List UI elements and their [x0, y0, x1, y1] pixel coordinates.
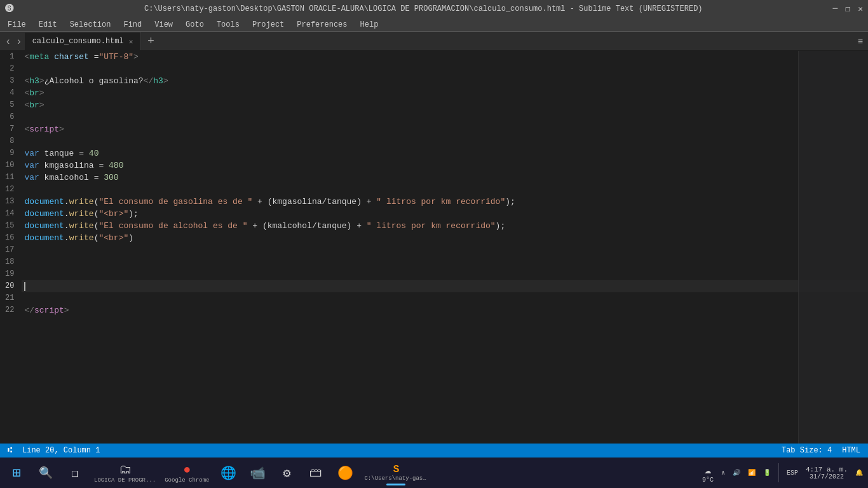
time-display: 4:17 a. m.	[806, 466, 848, 473]
editor-tab[interactable]: calculo_consumo.html ✕	[25, 32, 142, 50]
menu-preferences[interactable]: Preferences	[292, 19, 352, 30]
menu-file[interactable]: File	[3, 19, 31, 30]
taskbar-item-logica[interactable]: 🗂 LOGICA DE PROGR...	[90, 459, 159, 487]
tab-nav-right[interactable]: ›	[13, 32, 24, 50]
tab-close-icon[interactable]: ✕	[129, 37, 133, 46]
code-line-8	[22, 135, 868, 147]
notification-button[interactable]: 🔔	[853, 469, 865, 477]
code-line-3: <h3>¿Alcohol o gasolina?</h3>	[22, 75, 868, 87]
line-number-6: 6	[0, 111, 22, 123]
line-number-22: 22	[0, 304, 22, 316]
close-button[interactable]: ✕	[858, 4, 863, 14]
line-number-10: 10	[0, 159, 22, 172]
code-line-19	[22, 268, 868, 280]
line-number-13: 13	[0, 196, 22, 208]
weather-widget[interactable]: ☁ 9°C	[700, 463, 716, 484]
zoom-icon: 📹	[250, 465, 266, 481]
line-number-21: 21	[0, 292, 22, 304]
network-icon[interactable]: 📶	[745, 469, 758, 477]
line-number-17: 17	[0, 244, 22, 256]
title-bar: 🅢 C:\Users\naty-gaston\Desktop\GASTON OR…	[0, 0, 868, 18]
taskbar-item-files[interactable]: 🗃	[302, 459, 330, 487]
code-line-6	[22, 111, 868, 123]
battery-icon[interactable]: 🔋	[761, 469, 773, 477]
weather-icon: ☁	[705, 463, 712, 477]
line-number-8: 8	[0, 135, 22, 147]
code-line-11: var kmalcohol = 300	[22, 172, 868, 184]
volume-icon[interactable]: 🔊	[730, 469, 743, 477]
line-number-5: 5	[0, 99, 22, 111]
taskbar-item-edge[interactable]: 🌐	[214, 459, 242, 487]
expand-icon: ∧	[721, 469, 725, 477]
code-line-2	[22, 63, 868, 75]
git-branch-icon: ⑆	[8, 446, 12, 455]
line-number-2: 2	[0, 63, 22, 75]
code-editor[interactable]: <meta charset ="UTF-8"><h3>¿Alcohol o ga…	[22, 51, 868, 474]
menu-help[interactable]: Help	[355, 19, 384, 30]
menu-view[interactable]: View	[149, 19, 178, 30]
menu-find[interactable]: Find	[118, 19, 147, 30]
code-line-13: document.write("El consumo de gasolina e…	[22, 196, 868, 208]
tab-options-button[interactable]: ≡	[853, 32, 868, 50]
line-number-12: 12	[0, 184, 22, 196]
menu-project[interactable]: Project	[247, 19, 289, 30]
taskbar-item-settings[interactable]: ⚙	[273, 459, 301, 487]
code-line-18	[22, 256, 868, 268]
line-number-20: 20	[0, 280, 22, 292]
folder-icon: 🗂	[119, 462, 132, 477]
start-button[interactable]: ⊞	[3, 459, 31, 487]
chrome-icon: ●	[183, 463, 191, 477]
taskbar-item-app[interactable]: 🟠	[331, 459, 359, 487]
add-tab-button[interactable]: +	[144, 32, 158, 50]
line-number-18: 18	[0, 256, 22, 268]
app-icon: 🅢	[5, 4, 14, 14]
minimize-button[interactable]: ─	[833, 4, 838, 14]
files-icon: 🗃	[309, 465, 322, 480]
line-numbers: 12345678910111213141516171819202122	[0, 51, 22, 474]
tab-size-indicator[interactable]: Tab Size: 4	[782, 446, 832, 455]
menu-tools[interactable]: Tools	[212, 19, 245, 30]
notification-icon: 🔔	[855, 469, 863, 477]
line-column-indicator[interactable]: Line 20, Column 1	[22, 446, 100, 455]
minimap	[798, 51, 868, 474]
temperature: 9°C	[702, 477, 714, 484]
tab-nav-left[interactable]: ‹	[3, 32, 13, 50]
line-number-7: 7	[0, 123, 22, 135]
battery-indicator: 🔋	[763, 469, 771, 477]
code-line-20	[22, 280, 868, 292]
wifi-icon: 📶	[748, 469, 756, 477]
code-line-5: <br>	[22, 99, 868, 111]
date-display: 31/7/2022	[810, 473, 844, 480]
line-number-16: 16	[0, 232, 22, 244]
menu-goto[interactable]: Goto	[180, 19, 209, 30]
task-view-button[interactable]: ❑	[61, 459, 89, 487]
system-tray: ☁ 9°C ∧ 🔊 📶 🔋 ESP 4:17 a. m. 31/7/2022 🔔	[700, 463, 865, 484]
code-line-12	[22, 184, 868, 196]
code-line-7: <script>	[22, 123, 868, 135]
code-line-22: </script>	[22, 304, 868, 316]
taskbar-item-zoom[interactable]: 📹	[243, 459, 271, 487]
line-number-4: 4	[0, 87, 22, 99]
tab-label: calculo_consumo.html	[32, 37, 124, 46]
menu-bar: File Edit Selection Find View Goto Tools…	[0, 18, 868, 32]
maximize-button[interactable]: ❐	[845, 4, 850, 14]
menu-edit[interactable]: Edit	[34, 19, 62, 30]
taskbar-item-sublime[interactable]: S C:\Users\naty-gast...	[360, 459, 431, 487]
status-bar: ⑆ Line 20, Column 1 Tab Size: 4 HTML	[0, 444, 868, 458]
code-line-1: <meta charset ="UTF-8">	[22, 51, 868, 63]
menu-selection[interactable]: Selection	[65, 19, 116, 30]
line-number-3: 3	[0, 75, 22, 87]
code-line-21	[22, 292, 868, 304]
language-indicator[interactable]: ESP	[784, 470, 801, 477]
clock[interactable]: 4:17 a. m. 31/7/2022	[803, 466, 850, 480]
code-line-16: document.write("<br>")	[22, 232, 868, 244]
line-number-14: 14	[0, 208, 22, 220]
language-indicator[interactable]: HTML	[842, 446, 860, 455]
tray-expand[interactable]: ∧	[719, 469, 728, 477]
window-title: C:\Users\naty-gaston\Desktop\GASTON ORAC…	[14, 4, 833, 13]
search-button[interactable]: 🔍	[32, 459, 60, 487]
tab-bar: ‹ › calculo_consumo.html ✕ + ≡	[0, 32, 868, 51]
speaker-icon: 🔊	[733, 469, 740, 477]
taskbar-item-chrome[interactable]: ● Google Chrome	[161, 459, 213, 487]
line-number-11: 11	[0, 172, 22, 184]
